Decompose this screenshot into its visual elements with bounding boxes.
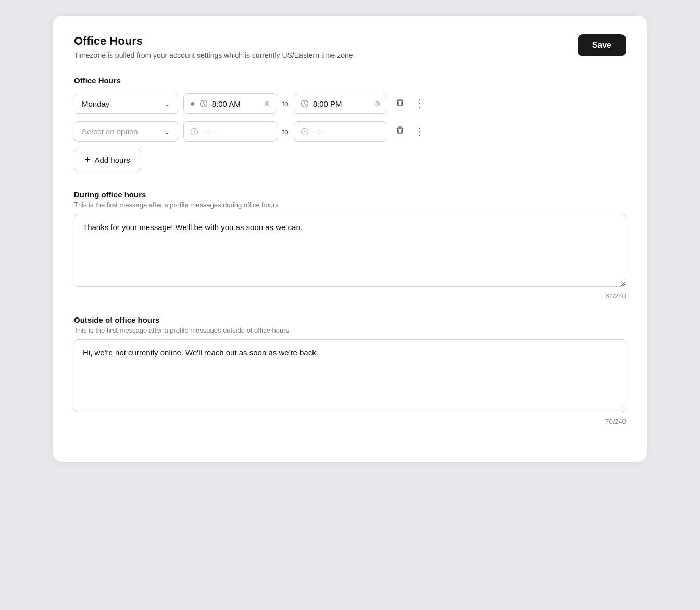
delete-row-1-button[interactable]	[393, 95, 407, 112]
end-time-1-value: 8:00 PM	[313, 99, 370, 108]
hours-row-1: Monday ⌄ ● 8:00 AM ⊗ to 8:00 PM ⊗	[74, 93, 626, 114]
during-char-count: 62/240	[74, 292, 626, 300]
start-time-1-value: 8:00 AM	[212, 99, 260, 108]
more-icon-1: ⋮	[415, 97, 425, 109]
delete-row-2-button[interactable]	[393, 123, 407, 140]
end-time-2-value: --:--	[313, 127, 381, 136]
start-time-1[interactable]: ● 8:00 AM ⊗	[183, 93, 277, 114]
during-sublabel: This is the first message after a profil…	[74, 201, 626, 209]
during-section: During office hours This is the first me…	[74, 190, 626, 300]
clock-icon-start-1: ●	[190, 99, 195, 108]
trash-icon-1	[395, 97, 405, 108]
clock-svg-end-1	[301, 99, 309, 108]
save-button[interactable]: Save	[578, 34, 626, 56]
to-label-1: to	[282, 99, 289, 108]
day-select-1[interactable]: Monday ⌄	[74, 94, 178, 114]
page-title: Office Hours	[74, 34, 355, 48]
more-options-row-1-button[interactable]: ⋮	[413, 96, 427, 111]
add-hours-label: Add hours	[95, 156, 130, 164]
end-time-1[interactable]: 8:00 PM ⊗	[294, 94, 388, 114]
header-text: Office Hours Timezone is pulled from you…	[74, 34, 355, 59]
add-hours-button[interactable]: + Add hours	[74, 149, 141, 171]
hours-row-2: Select an option ⌄ --:-- to --:-- ⋮	[74, 121, 626, 142]
day-select-2-value: Select an option	[82, 127, 138, 136]
outside-sublabel: This is the first message after a profil…	[74, 326, 626, 334]
clock-svg-start-1	[199, 99, 208, 108]
office-hours-card: Office Hours Timezone is pulled from you…	[53, 16, 647, 462]
outside-message-textarea[interactable]: Hi, we're not currently online. We'll re…	[74, 339, 626, 412]
to-label-2: to	[282, 128, 289, 136]
clock-svg-end-2	[301, 128, 309, 136]
chevron-down-icon-2: ⌄	[164, 128, 170, 136]
day-select-2[interactable]: Select an option ⌄	[74, 121, 178, 142]
start-time-2[interactable]: --:--	[183, 121, 277, 142]
outside-char-count: 70/240	[74, 417, 626, 425]
during-message-textarea[interactable]: Thanks for your message! We'll be with y…	[74, 214, 626, 287]
more-icon-2: ⋮	[415, 125, 425, 137]
day-select-1-value: Monday	[82, 99, 109, 108]
header-row: Office Hours Timezone is pulled from you…	[74, 34, 626, 59]
office-hours-label: Office Hours	[74, 76, 626, 85]
clear-start-1-icon[interactable]: ⊗	[264, 99, 270, 108]
outside-label: Outside of office hours	[74, 315, 626, 324]
clear-end-1-icon[interactable]: ⊗	[374, 99, 381, 108]
page-subtitle: Timezone is pulled from your account set…	[74, 51, 355, 59]
start-time-2-value: --:--	[203, 127, 270, 136]
trash-icon-2	[395, 125, 405, 135]
more-options-row-2-button[interactable]: ⋮	[413, 124, 427, 139]
outside-section: Outside of office hours This is the firs…	[74, 315, 626, 425]
during-label: During office hours	[74, 190, 626, 199]
chevron-down-icon: ⌄	[164, 99, 170, 108]
plus-icon: +	[85, 155, 91, 166]
clock-svg-start-2	[190, 128, 198, 136]
end-time-2[interactable]: --:--	[294, 121, 388, 142]
